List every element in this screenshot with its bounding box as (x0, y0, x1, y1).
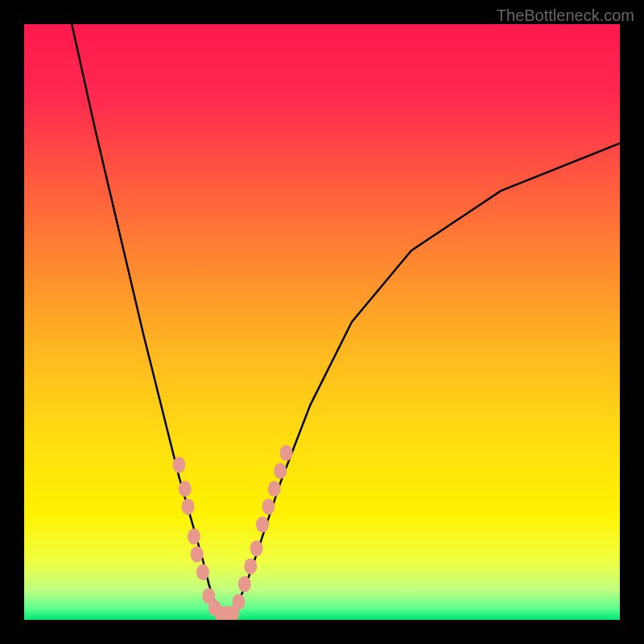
data-marker (179, 481, 192, 497)
data-marker (188, 528, 200, 544)
data-markers (24, 24, 620, 620)
data-marker (244, 558, 257, 574)
data-marker (250, 540, 263, 556)
data-marker (191, 547, 204, 563)
data-marker (268, 481, 281, 497)
data-marker (196, 564, 209, 580)
data-marker (238, 576, 251, 592)
chart-container (24, 24, 620, 620)
data-marker (172, 457, 185, 473)
data-marker (274, 463, 287, 479)
data-marker (232, 594, 245, 610)
data-marker (280, 445, 293, 461)
data-marker (182, 498, 195, 514)
data-marker (256, 517, 269, 533)
data-marker (262, 498, 275, 514)
watermark-text: TheBottleneck.com (497, 6, 634, 25)
